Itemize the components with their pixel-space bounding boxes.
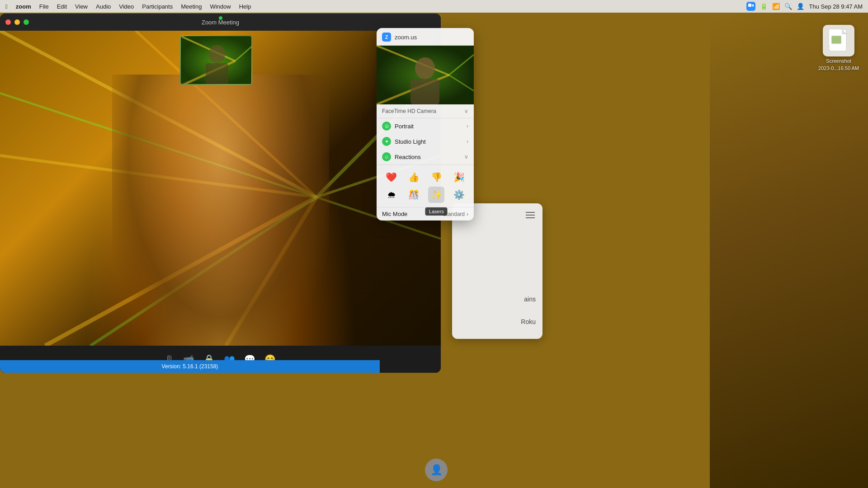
- screenshot-label-line2: 2023-0...16.50 AM: [818, 66, 859, 71]
- svg-rect-29: [832, 36, 841, 43]
- reactions-icon: ☺: [382, 152, 391, 161]
- studio-light-left: ✦ Studio Light: [382, 137, 426, 146]
- mic-chevron-icon: ›: [467, 211, 468, 217]
- reaction-thumbsup-btn[interactable]: 👍: [406, 169, 422, 185]
- svg-marker-1: [752, 4, 754, 7]
- panel-thumb-content: [377, 46, 474, 104]
- zoom-menubar-icon[interactable]: [746, 2, 755, 11]
- reaction-confetti-btn[interactable]: 🎊: [406, 187, 422, 203]
- thumbnail-video-content: [181, 36, 252, 85]
- menubar:  zoom File Edit View Audio Video Partic…: [0, 0, 868, 13]
- camera-selector-row[interactable]: FaceTime HD Camera ∨: [377, 104, 474, 118]
- person-body: [112, 75, 329, 346]
- reaction-heart-btn[interactable]: ❤️: [383, 169, 400, 185]
- profile-circle-button[interactable]: 👤: [425, 459, 448, 481]
- list-icon-container[interactable]: [525, 210, 536, 223]
- behind-panel-text1: ains: [524, 296, 536, 303]
- wifi-icon: 📶: [772, 3, 780, 10]
- reactions-chevron-icon: ∨: [464, 154, 468, 160]
- reactions-grid: ❤️ 👍 👎 🎉 🌧 🎊 ✨ Lasers ⚙️: [377, 164, 474, 207]
- portrait-label: Portrait: [395, 123, 414, 130]
- behind-panel-text2: Roku: [521, 318, 536, 325]
- menubar-right: 🔋 📶 🔍 👤 Thu Sep 28 9:47 AM: [746, 2, 863, 11]
- zoom-dropdown-panel: Z zoom.us FaceTime HD Camera ∨: [377, 28, 474, 221]
- panel-url-label: zoom.us: [395, 34, 417, 41]
- camera-name-label: FaceTime HD Camera: [382, 108, 436, 114]
- portrait-left: ⊙ Portrait: [382, 122, 414, 131]
- battery-icon: 🔋: [760, 3, 768, 10]
- version-bar: Version: 5.16.1 (23158): [0, 360, 380, 373]
- menu-meeting[interactable]: Meeting: [181, 3, 202, 10]
- reactions-menu-item[interactable]: ☺ Reactions ∨: [377, 149, 474, 164]
- menu-window[interactable]: Window: [210, 3, 231, 10]
- list-icon: [525, 210, 536, 221]
- portrait-icon: ⊙: [382, 122, 391, 131]
- reaction-laser-btn[interactable]: ✨ Lasers: [428, 187, 444, 203]
- studio-light-menu-item[interactable]: ✦ Studio Light ›: [377, 134, 474, 149]
- search-icon[interactable]: 🔍: [784, 3, 792, 10]
- screenshot-icon-image: [823, 25, 854, 56]
- menu-participants[interactable]: Participants: [142, 3, 173, 10]
- svg-rect-31: [526, 215, 535, 216]
- panel-video-thumbnail: [377, 46, 474, 104]
- close-button[interactable]: [5, 19, 11, 25]
- camera-chevron-icon: ∨: [464, 108, 468, 114]
- mic-mode-label: Mic Mode: [382, 211, 407, 217]
- portrait-menu-item[interactable]: ⊙ Portrait ›: [377, 118, 474, 134]
- portrait-chevron-icon: ›: [467, 123, 468, 129]
- reactions-left: ☺ Reactions: [382, 152, 421, 161]
- svg-rect-24: [410, 79, 439, 104]
- desk-surface: [710, 13, 868, 488]
- zoom-logo-icon: Z: [382, 33, 391, 42]
- app-name[interactable]: zoom: [16, 3, 31, 10]
- reaction-sparkle-btn[interactable]: ⚙️: [451, 187, 467, 203]
- studio-light-icon: ✦: [382, 137, 391, 146]
- studio-light-chevron-icon: ›: [467, 138, 468, 145]
- minimize-button[interactable]: [14, 19, 20, 25]
- self-view-thumbnail: [180, 35, 252, 85]
- behind-zoom-panel: ains Roku: [452, 203, 542, 339]
- svg-rect-30: [526, 212, 535, 213]
- reaction-thumbsdown-btn[interactable]: 👎: [428, 169, 444, 185]
- svg-rect-0: [748, 4, 751, 7]
- reaction-rain-btn[interactable]: 🌧: [383, 187, 400, 203]
- screenshot-file-icon: [827, 28, 850, 53]
- menu-edit[interactable]: Edit: [57, 3, 67, 10]
- menu-help[interactable]: Help: [239, 3, 251, 10]
- reaction-tada-btn[interactable]: 🎉: [451, 169, 467, 185]
- menu-audio[interactable]: Audio: [96, 3, 111, 10]
- menu-file[interactable]: File: [39, 3, 49, 10]
- zoom-window: Zoom Meeting: [0, 14, 441, 373]
- reactions-row-1: ❤️ 👍 👎 🎉: [380, 169, 470, 185]
- version-text: Version: 5.16.1 (23158): [162, 363, 218, 370]
- reactions-label: Reactions: [395, 154, 421, 160]
- screenshot-label-line1: Screenshot: [826, 58, 851, 64]
- svg-point-16: [209, 45, 225, 63]
- reactions-row-2: 🌧 🎊 ✨ Lasers ⚙️: [380, 187, 470, 203]
- svg-rect-17: [206, 63, 228, 85]
- menubar-left:  zoom File Edit View Audio Video Partic…: [5, 3, 251, 10]
- zoom-titlebar: Zoom Meeting: [0, 14, 441, 31]
- apple-menu[interactable]: : [5, 3, 8, 10]
- svg-point-23: [415, 57, 435, 79]
- svg-rect-32: [526, 217, 535, 218]
- panel-header: Z zoom.us: [377, 28, 474, 46]
- fullscreen-button[interactable]: [24, 19, 29, 25]
- user-icon[interactable]: 👤: [797, 3, 804, 10]
- menu-view[interactable]: View: [75, 3, 88, 10]
- traffic-lights: [5, 19, 29, 25]
- menu-video[interactable]: Video: [119, 3, 134, 10]
- screenshot-desktop-icon[interactable]: Screenshot 2023-0...16.50 AM: [818, 25, 859, 71]
- recording-dot: [219, 16, 222, 20]
- lasers-tooltip: Lasers: [425, 207, 448, 216]
- clock-display: Thu Sep 28 9:47 AM: [809, 3, 863, 10]
- studio-light-label: Studio Light: [395, 138, 426, 145]
- profile-icon: 👤: [430, 464, 443, 476]
